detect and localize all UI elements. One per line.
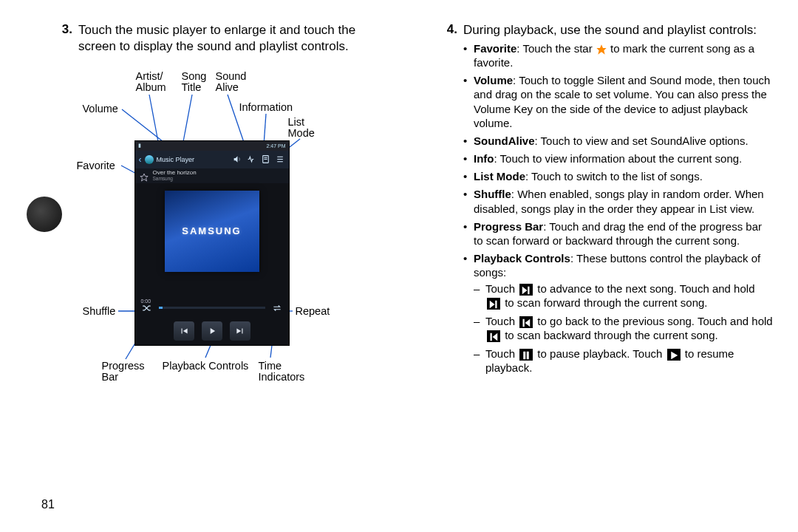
app-top-bar: ‹ Music Player <box>135 151 289 168</box>
progress-bar[interactable] <box>159 307 265 309</box>
bullet-soundalive: SoundAlive: Touch to view and set SoundA… <box>463 134 773 148</box>
play-button[interactable] <box>202 321 222 341</box>
right-column: 4. During playback, use the sound and pl… <box>403 22 773 532</box>
pause-icon <box>519 349 533 361</box>
label-song-title: Song Title <box>182 71 207 93</box>
svg-marker-18 <box>140 174 148 181</box>
play-icon <box>667 349 681 361</box>
repeat-icon[interactable] <box>271 304 283 313</box>
label-information: Information <box>239 102 293 113</box>
bullet-volume: Volume: Touch to toggle Silent and Sound… <box>463 73 773 130</box>
bullet-playback: Playback Controls: These buttons control… <box>463 251 773 375</box>
status-time: 2:47 PM <box>266 143 285 149</box>
album-logo: SAMSUNG <box>182 225 241 236</box>
label-progress-bar: Progress Bar <box>102 361 145 383</box>
song-title: Over the horizon <box>153 170 197 177</box>
label-list-mode: List Mode <box>288 117 315 139</box>
bullet-info: Info: Touch to view information about th… <box>463 151 773 166</box>
previous-icon <box>487 330 500 342</box>
dash-prev: Touch to go back to the previous song. T… <box>474 314 773 343</box>
step-number: 3. <box>52 22 72 55</box>
status-left: ▮ <box>138 143 141 149</box>
album-disc <box>27 197 62 232</box>
bullet-listmode: List Mode: Touch to switch to the list o… <box>463 169 773 183</box>
label-artist-album: Artist/ Album <box>136 71 166 93</box>
label-volume: Volume <box>83 103 118 115</box>
song-subtitle: Samsung <box>153 176 197 181</box>
playback-sublist: Touch to advance to the next song. Touch… <box>474 282 773 375</box>
app-title: Music Player <box>157 156 195 163</box>
label-playback-controls: Playback Controls <box>163 361 249 372</box>
favorite-star-icon[interactable] <box>140 171 149 180</box>
next-icon <box>519 284 533 296</box>
label-favorite: Favorite <box>77 160 115 171</box>
control-row <box>135 302 289 314</box>
dash-pause: Touch to pause playback. Touch to resume… <box>474 347 773 375</box>
svg-marker-19 <box>596 44 606 54</box>
previous-button[interactable] <box>174 321 194 341</box>
next-icon <box>487 298 500 310</box>
album-art[interactable]: SAMSUNG <box>165 191 259 272</box>
step-number: 4. <box>437 22 457 379</box>
step-4: 4. During playback, use the sound and pl… <box>410 22 773 379</box>
player-figure: Volume Favorite Shuffle Progress Bar Art… <box>44 65 369 405</box>
music-app-icon <box>145 155 154 164</box>
shuffle-icon[interactable] <box>141 304 153 313</box>
page-number: 81 <box>41 498 55 511</box>
star-icon <box>596 44 607 55</box>
bullet-progress: Progress Bar: Touch and drag the end of … <box>463 219 773 248</box>
bullet-shuffle: Shuffle: When enabled, songs play in ran… <box>463 187 773 215</box>
step-text: Touch the music player to enlarge it and… <box>78 22 388 55</box>
previous-icon <box>519 316 533 328</box>
label-time-indicators: Time Indicators <box>259 361 305 383</box>
back-icon[interactable]: ‹ <box>139 154 142 165</box>
label-repeat: Repeat <box>296 306 330 317</box>
left-column: 3. Touch the music player to enlarge it … <box>25 22 403 532</box>
step-3: 3. Touch the music player to enlarge it … <box>25 22 388 55</box>
bullet-favorite: Favorite: Touch the star to mark the cur… <box>463 41 773 69</box>
list-mode-icon[interactable] <box>274 154 285 165</box>
playback-buttons <box>174 321 250 341</box>
music-player-screenshot: ▮ 2:47 PM ‹ Music Player <box>135 141 289 345</box>
controls-list: Favorite: Touch the star to mark the cur… <box>463 41 773 375</box>
label-shuffle: Shuffle <box>83 306 116 317</box>
manual-page: 3. Touch the music player to enlarge it … <box>0 0 798 532</box>
step-text: During playback, use the sound and playl… <box>463 23 757 37</box>
next-button[interactable] <box>230 321 250 341</box>
info-icon[interactable] <box>260 154 271 165</box>
dash-next: Touch to advance to the next song. Touch… <box>474 282 773 310</box>
soundalive-icon[interactable] <box>246 154 257 165</box>
volume-icon[interactable] <box>232 154 243 165</box>
label-sound-alive: Sound Alive <box>216 71 247 93</box>
status-bar: ▮ 2:47 PM <box>135 141 289 151</box>
song-strip: Over the horizon Samsung <box>135 168 289 183</box>
